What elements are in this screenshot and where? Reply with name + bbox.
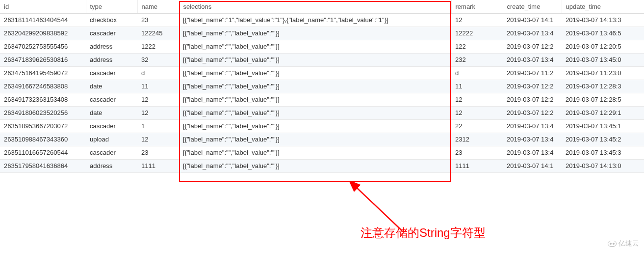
cell-create_time[interactable]: 2019-03-07 12:2	[503, 80, 562, 93]
cell-create_time[interactable]: 2019-03-07 12:2	[503, 93, 562, 106]
cell-type[interactable]: address	[86, 40, 137, 53]
cell-selections[interactable]: [{"label_name":"","label_value":""}]	[179, 80, 451, 93]
cell-update_time[interactable]: 2019-03-07 12:29:1	[562, 106, 644, 119]
cell-name[interactable]: 1	[137, 119, 179, 133]
cell-update_time[interactable]: 2019-03-07 13:45:1	[562, 119, 644, 133]
cell-create_time[interactable]: 2019-03-07 11:2	[503, 66, 562, 80]
cell-id[interactable]: 263475164195459072	[0, 66, 86, 80]
cell-create_time[interactable]: 2019-03-07 12:2	[503, 106, 562, 119]
cell-type[interactable]: address	[86, 159, 137, 172]
table-row[interactable]: 263491732363153408cascader12[{"label_nam…	[0, 93, 644, 106]
cell-update_time[interactable]: 2019-03-07 13:45:2	[562, 133, 644, 146]
cell-name[interactable]: 23	[137, 146, 179, 159]
cell-name[interactable]: 32	[137, 53, 179, 66]
cell-update_time[interactable]: 2019-03-07 12:28:3	[562, 80, 644, 93]
cell-name[interactable]: 12	[137, 106, 179, 119]
col-header-update-time[interactable]: update_time	[562, 0, 644, 13]
table-row[interactable]: 263517958041636864address1111[{"label_na…	[0, 159, 644, 172]
cell-update_time[interactable]: 2019-03-07 13:45:3	[562, 146, 644, 159]
table-row[interactable]: 263475164195459072cascaderd[{"label_name…	[0, 66, 644, 80]
cell-id[interactable]: 263510988467343360	[0, 133, 86, 146]
table-row[interactable]: 263204299209838592cascader122245[{"label…	[0, 27, 644, 40]
table-row[interactable]: 263470252753555456address1222[{"label_na…	[0, 40, 644, 53]
cell-remark[interactable]: 1111	[451, 159, 503, 172]
cell-selections[interactable]: [{"label_name":"","label_value":""}]	[179, 66, 451, 80]
cell-selections[interactable]: [{"label_name":"1","label_value":"1"},{"…	[179, 13, 451, 27]
cell-remark[interactable]: 122	[451, 40, 503, 53]
table-row[interactable]: 263181141463404544checkbox23[{"label_nam…	[0, 13, 644, 27]
cell-create_time[interactable]: 2019-03-07 14:1	[503, 159, 562, 172]
cell-name[interactable]: 12	[137, 93, 179, 106]
cell-name[interactable]: 23	[137, 13, 179, 27]
cell-id[interactable]: 263470252753555456	[0, 40, 86, 53]
cell-remark[interactable]: d	[451, 66, 503, 80]
cell-id[interactable]: 263510953667203072	[0, 119, 86, 133]
cell-remark[interactable]: 12222	[451, 27, 503, 40]
cell-remark[interactable]: 12	[451, 13, 503, 27]
cell-selections[interactable]: [{"label_name":"","label_value":""}]	[179, 159, 451, 172]
cell-type[interactable]: cascader	[86, 119, 137, 133]
cell-create_time[interactable]: 2019-03-07 13:4	[503, 27, 562, 40]
cell-remark[interactable]: 12	[451, 93, 503, 106]
cell-selections[interactable]: [{"label_name":"","label_value":""}]	[179, 40, 451, 53]
cell-type[interactable]: cascader	[86, 146, 137, 159]
table-row[interactable]: 263491667246583808date11[{"label_name":"…	[0, 80, 644, 93]
table-row[interactable]: 263511016657260544cascader23[{"label_nam…	[0, 146, 644, 159]
table-row[interactable]: 263510988467343360upload12[{"label_name"…	[0, 133, 644, 146]
cell-create_time[interactable]: 2019-03-07 13:4	[503, 146, 562, 159]
cell-type[interactable]: cascader	[86, 93, 137, 106]
cell-type[interactable]: checkbox	[86, 13, 137, 27]
col-header-create-time[interactable]: create_time	[503, 0, 562, 13]
cell-update_time[interactable]: 2019-03-07 14:13:3	[562, 13, 644, 27]
cell-update_time[interactable]: 2019-03-07 11:23:0	[562, 66, 644, 80]
cell-selections[interactable]: [{"label_name":"","label_value":""}]	[179, 146, 451, 159]
cell-id[interactable]: 263491667246583808	[0, 80, 86, 93]
cell-remark[interactable]: 23	[451, 146, 503, 159]
cell-remark[interactable]: 12	[451, 106, 503, 119]
cell-type[interactable]: date	[86, 80, 137, 93]
table-row[interactable]: 263510953667203072cascader1[{"label_name…	[0, 119, 644, 133]
cell-remark[interactable]: 2312	[451, 133, 503, 146]
cell-selections[interactable]: [{"label_name":"","label_value":""}]	[179, 53, 451, 66]
cell-update_time[interactable]: 2019-03-07 13:46:5	[562, 27, 644, 40]
cell-name[interactable]: 122245	[137, 27, 179, 40]
table-row[interactable]: 263491806023520256date12[{"label_name":"…	[0, 106, 644, 119]
col-header-name[interactable]: name	[137, 0, 179, 13]
cell-create_time[interactable]: 2019-03-07 13:4	[503, 119, 562, 133]
cell-remark[interactable]: 232	[451, 53, 503, 66]
cell-selections[interactable]: [{"label_name":"","label_value":""}]	[179, 93, 451, 106]
cell-selections[interactable]: [{"label_name":"","label_value":""}]	[179, 106, 451, 119]
cell-update_time[interactable]: 2019-03-07 12:20:5	[562, 40, 644, 53]
table-row[interactable]: 263471839626530816address32[{"label_name…	[0, 53, 644, 66]
cell-id[interactable]: 263491732363153408	[0, 93, 86, 106]
cell-id[interactable]: 263471839626530816	[0, 53, 86, 66]
cell-name[interactable]: 11	[137, 80, 179, 93]
col-header-id[interactable]: id	[0, 0, 86, 13]
cell-create_time[interactable]: 2019-03-07 12:2	[503, 40, 562, 53]
cell-name[interactable]: 1222	[137, 40, 179, 53]
cell-name[interactable]: 1111	[137, 159, 179, 172]
cell-create_time[interactable]: 2019-03-07 13:4	[503, 53, 562, 66]
col-header-selections[interactable]: selections	[179, 0, 451, 13]
cell-id[interactable]: 263181141463404544	[0, 13, 86, 27]
cell-type[interactable]: cascader	[86, 27, 137, 40]
cell-selections[interactable]: [{"label_name":"","label_value":""}]	[179, 133, 451, 146]
col-header-remark[interactable]: remark	[451, 0, 503, 13]
cell-type[interactable]: address	[86, 53, 137, 66]
cell-update_time[interactable]: 2019-03-07 12:28:5	[562, 93, 644, 106]
cell-update_time[interactable]: 2019-03-07 14:13:0	[562, 159, 644, 172]
cell-remark[interactable]: 22	[451, 119, 503, 133]
cell-type[interactable]: date	[86, 106, 137, 119]
cell-name[interactable]: 12	[137, 133, 179, 146]
cell-selections[interactable]: [{"label_name":"","label_value":""}]	[179, 119, 451, 133]
cell-remark[interactable]: 11	[451, 80, 503, 93]
cell-create_time[interactable]: 2019-03-07 14:1	[503, 13, 562, 27]
cell-selections[interactable]: [{"label_name":"","label_value":""}]	[179, 27, 451, 40]
cell-type[interactable]: upload	[86, 133, 137, 146]
cell-name[interactable]: d	[137, 66, 179, 80]
cell-id[interactable]: 263517958041636864	[0, 159, 86, 172]
cell-update_time[interactable]: 2019-03-07 13:45:0	[562, 53, 644, 66]
col-header-type[interactable]: type	[86, 0, 137, 13]
cell-id[interactable]: 263204299209838592	[0, 27, 86, 40]
cell-type[interactable]: cascader	[86, 66, 137, 80]
